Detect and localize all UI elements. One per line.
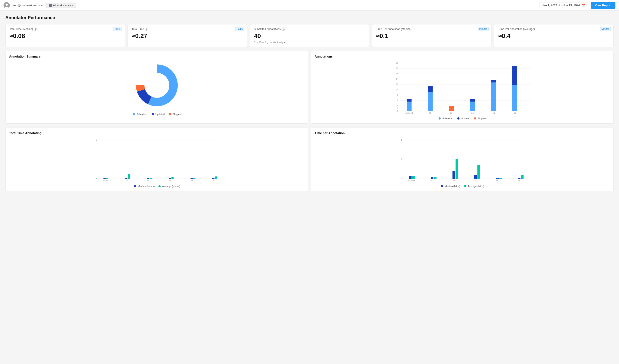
svg-rect-73	[409, 176, 412, 179]
date-from: Jan 1, 2024	[542, 3, 557, 7]
svg-rect-36	[470, 101, 475, 111]
legend-submitted: Submitted	[132, 113, 148, 115]
ann-legend-updated: Updated	[457, 117, 470, 120]
stat-value-5: ≈0.4	[498, 32, 609, 40]
tpa-legend-average: Average (Mins)	[463, 185, 484, 188]
svg-rect-79	[453, 171, 455, 179]
svg-rect-39	[491, 83, 496, 111]
info-icon-2[interactable]: ℹ	[145, 28, 148, 31]
svg-text:8: 8	[397, 94, 398, 96]
stat-value-2: ≈0.27	[132, 32, 243, 40]
svg-rect-37	[470, 99, 475, 101]
total-time-legend: Median (Hours) Average (Hours)	[9, 185, 304, 188]
svg-text:1: 1	[96, 139, 97, 141]
stat-card-time-average: Time Per Annotation (Average) ≈0.4 Minut…	[494, 24, 614, 47]
svg-rect-83	[478, 165, 480, 179]
svg-text:04: 04	[471, 112, 474, 114]
calendar-icon: 📅	[582, 3, 585, 7]
charts-row-1: Annotation Summary	[5, 51, 614, 124]
svg-rect-42	[512, 85, 517, 111]
annotations-bar-chart: 20 18 16 14 12 10 8 6 4 2 0	[315, 61, 610, 114]
stat-badge-1: Hours	[113, 27, 122, 31]
svg-text:14: 14	[396, 78, 398, 80]
svg-text:02: 02	[429, 112, 431, 114]
page-title: Annotator Performance	[5, 15, 614, 20]
svg-text:16: 16	[396, 72, 398, 75]
total-time-bar-chart: 1 0 01 2024 02 03	[9, 138, 304, 182]
svg-rect-49	[104, 178, 106, 179]
total-time-chart-card: Total Time Annotating 1 0 01 2024 02	[5, 127, 308, 191]
annotation-summary-card: Annotation Summary	[5, 51, 308, 124]
svg-rect-29	[407, 99, 412, 101]
svg-rect-59	[171, 177, 174, 179]
svg-rect-86	[499, 178, 502, 179]
user-email: max@humansignal.com	[13, 3, 43, 7]
stat-card-total-time-median: Total Time (Median) ℹ ≈0.08 Hours	[5, 24, 125, 47]
donut-container: Submitted Updated Skipped	[9, 61, 304, 115]
svg-rect-61	[191, 178, 193, 179]
tt-legend-average: Average (Hours)	[158, 185, 180, 188]
svg-rect-40	[491, 80, 496, 83]
svg-rect-76	[431, 177, 434, 179]
svg-text:0: 0	[401, 178, 402, 180]
svg-rect-58	[169, 178, 171, 179]
donut-chart	[132, 61, 181, 110]
svg-rect-62	[193, 178, 196, 179]
svg-text:06: 06	[513, 112, 516, 114]
svg-text:18: 18	[396, 67, 398, 69]
svg-rect-56	[150, 178, 152, 179]
svg-text:4: 4	[397, 104, 398, 107]
svg-text:2: 2	[397, 107, 398, 109]
svg-text:03: 03	[450, 112, 452, 114]
svg-text:2: 2	[401, 139, 402, 141]
svg-rect-85	[496, 178, 499, 179]
workspace-icon	[49, 4, 52, 7]
svg-text:12: 12	[396, 83, 398, 85]
stat-sub-3: 0 Pending 40 Assigned	[254, 41, 365, 43]
stat-card-time-median: Time Per Annotation (Median) ≈0.1 Minute…	[372, 24, 492, 47]
info-icon-1[interactable]: ℹ	[34, 28, 37, 31]
legend-updated: Updated	[151, 113, 165, 115]
svg-rect-74	[412, 176, 415, 179]
time-per-annotation-card: Time per Annotation 2 1 0 01 2024 02	[311, 127, 614, 191]
svg-text:04: 04	[169, 180, 171, 182]
workspace-selector[interactable]: All workspaces ▾	[46, 3, 76, 8]
stat-value-3: 40	[254, 32, 365, 40]
svg-text:1: 1	[401, 158, 402, 160]
svg-text:06: 06	[213, 180, 215, 182]
svg-text:04: 04	[475, 180, 477, 182]
info-icon-3[interactable]: ℹ	[281, 28, 285, 31]
tt-legend-median: Median (Hours)	[133, 185, 155, 188]
annotations-legend: Submitted Updated Skipped	[315, 117, 610, 120]
stat-badge-5: Minutes	[600, 27, 611, 31]
tpa-legend: Median (Mins) Average (Mins)	[315, 185, 610, 188]
svg-rect-65	[215, 176, 217, 179]
svg-text:03: 03	[147, 180, 149, 182]
view-report-button[interactable]: View Report	[591, 2, 616, 9]
total-time-title: Total Time Annotating	[9, 131, 304, 135]
svg-text:02: 02	[126, 180, 128, 182]
ann-legend-submitted: Submitted	[438, 117, 453, 120]
svg-text:03: 03	[453, 180, 455, 182]
svg-rect-28	[407, 101, 412, 111]
svg-rect-34	[449, 106, 454, 111]
svg-point-1	[6, 3, 8, 6]
svg-rect-89	[521, 175, 524, 179]
svg-rect-64	[212, 178, 215, 179]
workspace-label: All workspaces	[53, 4, 71, 7]
time-per-annotation-title: Time per Annotation	[315, 131, 610, 135]
stat-label-4: Time Per Annotation (Median)	[376, 28, 487, 31]
dropdown-arrow: ▾	[72, 4, 73, 7]
svg-text:10: 10	[396, 88, 398, 91]
svg-rect-82	[474, 175, 477, 179]
avatar	[3, 2, 10, 8]
donut-legend: Submitted Updated Skipped	[132, 113, 182, 115]
stat-label-2: Total Time ℹ	[132, 28, 243, 31]
date-range[interactable]: Jan 1, 2024 to Jun 19, 2024 📅	[539, 2, 588, 8]
svg-rect-55	[147, 178, 149, 179]
svg-text:05: 05	[496, 180, 498, 182]
svg-rect-52	[125, 178, 127, 179]
header: max@humansignal.com All workspaces ▾ Jan…	[0, 0, 619, 11]
legend-skipped: Skipped	[168, 113, 182, 115]
date-to: Jun 19, 2024	[563, 3, 580, 7]
